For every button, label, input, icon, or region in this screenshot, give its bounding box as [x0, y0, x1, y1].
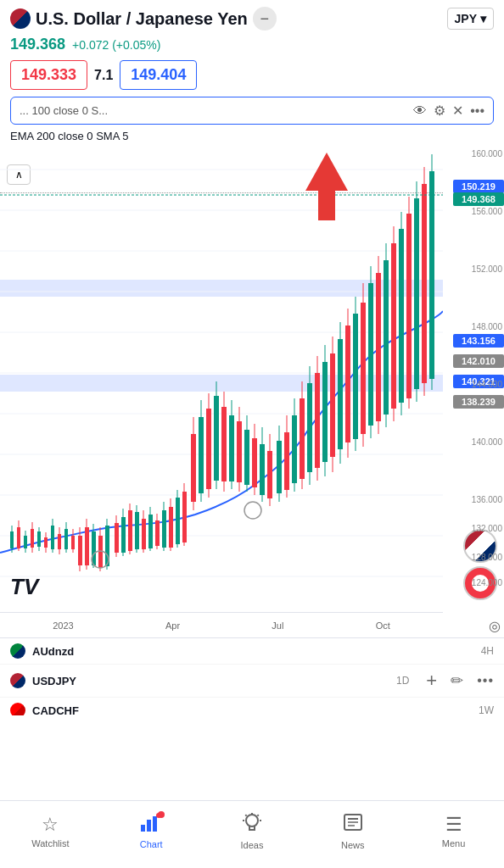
nav-menu[interactable]: ☰ Menu [428, 814, 479, 849]
bid-price[interactable]: 149.333 [10, 60, 87, 90]
currency-dropdown[interactable]: JPY ▾ [447, 8, 494, 30]
header-left: U.S. Dollar / Japanese Yen − [10, 7, 277, 31]
pen-icon[interactable]: ✏ [451, 671, 463, 690]
y-label-124: 124.000 [472, 578, 502, 587]
header: U.S. Dollar / Japanese Yen − JPY ▾ [0, 0, 504, 34]
x-label-jul: Jul [272, 620, 283, 631]
y-label-140: 140.000 [472, 437, 502, 447]
more-icon[interactable]: ••• [470, 103, 484, 119]
chart-label: Chart [140, 839, 163, 849]
red-arrow-annotation [301, 153, 352, 224]
svg-marker-0 [305, 153, 348, 220]
y-label-132: 132.000 [472, 524, 502, 533]
y-label-156: 156.000 [472, 207, 502, 216]
price-badge-138: 138.239 [453, 395, 504, 409]
x-label-oct: Oct [376, 620, 390, 631]
watchlist-item-auднзд[interactable]: AUdnzd 4H [0, 638, 504, 665]
y-label-148: 148.000 [472, 322, 502, 331]
svg-point-87 [244, 502, 261, 519]
ema-label: EMA 200 close 0 SMA 5 [0, 128, 504, 146]
news-icon [343, 812, 363, 837]
price-badge-150: 150.219 [453, 180, 504, 193]
add-button[interactable]: + [426, 670, 437, 692]
close-icon[interactable]: ✕ [452, 103, 463, 119]
target-icon[interactable]: ◎ [489, 618, 501, 634]
cadchf-tf: 1W [479, 704, 494, 715]
pair-title: U.S. Dollar / Japanese Yen [36, 9, 248, 29]
auднзд-pair: AUdnzd [32, 645, 474, 658]
current-price: 149.368 [10, 36, 65, 53]
y-label-160: 160.000 [472, 149, 502, 159]
y-label-144: 144.000 [472, 380, 502, 389]
usdjpy-flag [10, 673, 25, 688]
price-chart [0, 146, 443, 637]
menu-label: Menu [442, 838, 466, 849]
eye-icon[interactable]: 👁 [413, 103, 427, 119]
x-label-apr: Apr [165, 620, 180, 631]
watchlist-icon: ☆ [42, 814, 59, 836]
nav-ideas[interactable]: Ideas [227, 812, 277, 850]
nav-watchlist[interactable]: ☆ Watchlist [25, 814, 76, 849]
watchlist-item-usdjpy[interactable]: USDJPY 1D + ✏ ••• [0, 665, 504, 698]
svg-rect-133 [153, 816, 157, 832]
watchlist-item-cadchf[interactable]: CADCHF 1W [0, 698, 504, 715]
price-change: +0.072 (+0.05%) [72, 38, 160, 52]
chart-icon [141, 813, 161, 837]
svg-rect-131 [141, 825, 145, 832]
chart-container[interactable]: ∧ [0, 146, 504, 637]
bidask-row: 149.333 7.1 149.404 [0, 57, 504, 93]
bottom-nav: ☆ Watchlist Chart Ideas [0, 800, 504, 868]
indicator-toolbar: ... 100 close 0 S... 👁 ⚙ ✕ ••• [10, 97, 494, 125]
usdjpy-pair: USDJPY [32, 675, 389, 687]
ideas-icon [242, 812, 262, 837]
x-label-2023: 2023 [53, 620, 73, 631]
svg-rect-132 [147, 820, 151, 832]
x-axis: 2023 Apr Jul Oct [0, 612, 443, 637]
pair-flag [10, 8, 31, 29]
svg-point-135 [246, 815, 258, 826]
auднзд-tf: 4H [481, 645, 494, 657]
ideas-label: Ideas [241, 840, 264, 850]
auднзд-flag [10, 643, 25, 659]
tradingview-logo: TV [10, 573, 38, 600]
cadchf-flag [10, 703, 25, 715]
y-label-128: 128.000 [472, 553, 502, 562]
watchlist-bar: AUdnzd 4H USDJPY 1D + ✏ ••• CADCHF 1W [0, 637, 504, 715]
svg-line-139 [245, 815, 246, 815]
price-badge-143: 143.156 [453, 334, 504, 348]
svg-point-134 [156, 813, 161, 818]
y-label-136: 136.000 [472, 495, 502, 504]
ask-price[interactable]: 149.404 [120, 60, 197, 90]
cadchf-pair: CADCHF [32, 704, 472, 716]
social-icons [463, 529, 497, 600]
usdjpy-tf: 1D [396, 675, 409, 687]
minus-button[interactable]: − [253, 7, 277, 31]
price-row: 149.368 +0.072 (+0.05%) [0, 34, 504, 57]
svg-line-140 [257, 815, 258, 815]
more-dots[interactable]: ••• [477, 673, 494, 688]
price-badge-142: 142.010 [453, 354, 504, 368]
price-badge-149: 149.368 [453, 192, 504, 206]
indicator-text: ... 100 close 0 S... [20, 104, 406, 117]
nav-news[interactable]: News [328, 812, 378, 850]
y-label-152: 152.000 [472, 264, 502, 274]
watchlist-label: Watchlist [31, 838, 69, 849]
settings-icon[interactable]: ⚙ [434, 103, 445, 119]
news-label: News [341, 840, 365, 850]
menu-icon: ☰ [445, 814, 462, 836]
nav-chart[interactable]: Chart [126, 813, 176, 849]
spread: 7.1 [94, 68, 113, 83]
